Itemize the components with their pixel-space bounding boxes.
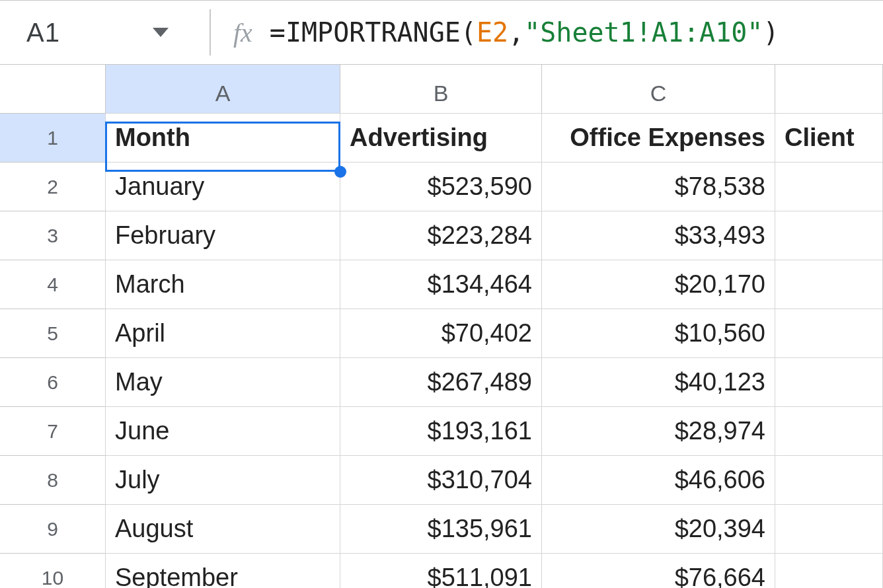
cell-a1[interactable]: Month [105, 113, 340, 163]
formula-arg1: E2 [477, 17, 508, 48]
spreadsheet-grid[interactable]: A B C 1 Month Advertising Office Expense… [0, 65, 883, 588]
cell-d4[interactable] [775, 260, 883, 309]
formula-arg2: "Sheet1!A1:A10" [524, 17, 763, 48]
cell-d8[interactable] [775, 455, 883, 505]
row-header-5[interactable]: 5 [0, 309, 106, 358]
chevron-down-icon[interactable] [153, 28, 169, 37]
formula-open: ( [461, 17, 477, 48]
cell-a9[interactable]: August [105, 504, 340, 554]
formula-close: ) [763, 17, 779, 48]
cell-a7[interactable]: June [105, 406, 340, 456]
cell-a3[interactable]: February [105, 211, 340, 260]
cell-d9[interactable] [775, 504, 883, 554]
cell-a2[interactable]: January [105, 162, 340, 211]
row-header-3[interactable]: 3 [0, 211, 106, 260]
cell-b9[interactable]: $135,961 [340, 504, 542, 554]
cell-d5[interactable] [775, 309, 883, 358]
cell-c8[interactable]: $46,606 [541, 455, 775, 505]
cell-a4[interactable]: March [105, 260, 340, 309]
formula-func: IMPORTRANGE [286, 17, 461, 48]
cell-d3[interactable] [775, 211, 883, 260]
cell-c6[interactable]: $40,123 [541, 357, 775, 407]
divider [210, 9, 211, 55]
row-header-2[interactable]: 2 [0, 162, 106, 211]
cell-c2[interactable]: $78,538 [541, 162, 775, 211]
row-header-6[interactable]: 6 [0, 357, 106, 407]
row-header-4[interactable]: 4 [0, 260, 106, 309]
cell-a5[interactable]: April [105, 309, 340, 358]
cell-c5[interactable]: $10,560 [541, 309, 775, 358]
row-header-9[interactable]: 9 [0, 504, 106, 554]
cell-b5[interactable]: $70,402 [340, 309, 542, 358]
cell-b3[interactable]: $223,284 [340, 211, 542, 260]
formula-bar: A1 fx =IMPORTRANGE(E2,"Sheet1!A1:A10") [0, 0, 883, 65]
row-header-8[interactable]: 8 [0, 455, 106, 505]
cell-d6[interactable] [775, 357, 883, 407]
cell-b1[interactable]: Advertising [340, 113, 542, 163]
cell-c4[interactable]: $20,170 [541, 260, 775, 309]
cell-b8[interactable]: $310,704 [340, 455, 542, 505]
cell-b2[interactable]: $523,590 [340, 162, 542, 211]
cell-b7[interactable]: $193,161 [340, 406, 542, 456]
formula-input[interactable]: =IMPORTRANGE(E2,"Sheet1!A1:A10") [270, 17, 779, 48]
cell-a6[interactable]: May [105, 357, 340, 407]
cell-b4[interactable]: $134,464 [340, 260, 542, 309]
cell-d10[interactable] [775, 553, 883, 588]
cell-b10[interactable]: $511,091 [340, 553, 542, 588]
row-header-1[interactable]: 1 [0, 113, 106, 163]
cell-d7[interactable] [775, 406, 883, 456]
cell-c9[interactable]: $20,394 [541, 504, 775, 554]
cell-c3[interactable]: $33,493 [541, 211, 775, 260]
cell-d2[interactable] [775, 162, 883, 211]
fill-handle[interactable] [334, 166, 346, 178]
cell-c7[interactable]: $28,974 [541, 406, 775, 456]
name-box[interactable]: A1 [26, 18, 60, 48]
row-header-10[interactable]: 10 [0, 553, 106, 588]
cell-d1[interactable]: Client [775, 113, 883, 163]
cell-b6[interactable]: $267,489 [340, 357, 542, 407]
fx-icon[interactable]: fx [233, 17, 252, 48]
cell-a10[interactable]: September [105, 553, 340, 588]
row-header-7[interactable]: 7 [0, 406, 106, 456]
formula-comma: , [508, 17, 524, 48]
cell-a8[interactable]: July [105, 455, 340, 505]
cell-c1[interactable]: Office Expenses [541, 113, 775, 163]
cell-c10[interactable]: $76,664 [541, 553, 775, 588]
formula-prefix: = [270, 17, 286, 48]
